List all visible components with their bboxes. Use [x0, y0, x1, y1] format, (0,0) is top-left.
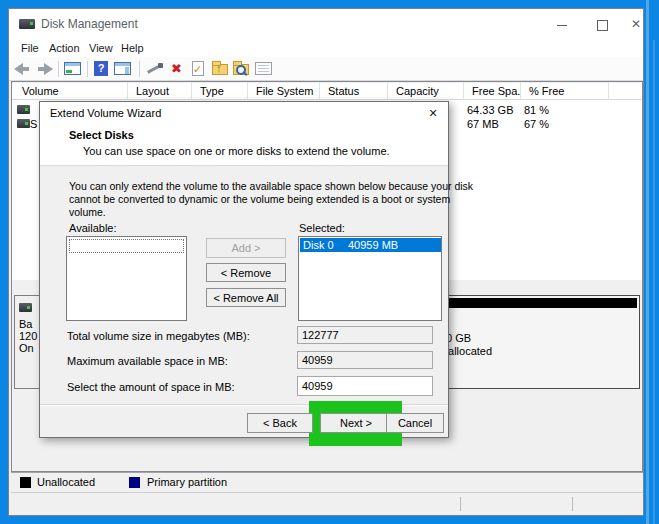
column-capacity[interactable]: Capacity	[388, 83, 464, 99]
folder-search-icon[interactable]	[233, 64, 249, 75]
percent-free-value: 67 %	[524, 118, 549, 130]
column-percent-free[interactable]: % Free	[521, 83, 609, 99]
legend-label: Unallocated	[37, 476, 95, 488]
selected-disks-list[interactable]: Disk 0 40959 MB	[298, 236, 442, 321]
extend-volume-wizard-dialog: Extend Volume Wizard ✕ Select Disks You …	[39, 101, 449, 438]
menu-view[interactable]: View	[89, 42, 113, 54]
volume-name-fragment: S	[30, 118, 37, 130]
disk-size: 40959 MB	[348, 239, 398, 251]
menu-file[interactable]: File	[21, 42, 39, 54]
folder-up-icon[interactable]: ↑	[212, 64, 228, 75]
table-header: Volume Layout Type File System Status Ca…	[12, 83, 642, 100]
toolbar-separator	[58, 61, 59, 77]
available-label: Available:	[69, 222, 117, 234]
maximize-button[interactable]	[591, 19, 613, 31]
dialog-title: Extend Volume Wizard	[50, 107, 161, 119]
percent-free-value: 81 %	[524, 104, 549, 116]
free-space-value: 67 MB	[467, 118, 499, 130]
app-icon	[19, 19, 35, 29]
selected-disk-item[interactable]: Disk 0 40959 MB	[300, 238, 441, 252]
max-space-label: Maximum available space in MB:	[67, 355, 228, 367]
disk-name: Disk 0	[303, 239, 334, 251]
disk-icon	[19, 303, 32, 312]
back-button[interactable]: < Back	[247, 413, 313, 433]
toolbar-separator	[139, 61, 140, 77]
dialog-close-icon[interactable]: ✕	[422, 104, 444, 122]
body-text: You can only extend the volume to the av…	[69, 180, 473, 192]
wallpaper-light-streak	[646, 0, 649, 524]
rescan-tool-icon[interactable]	[146, 61, 164, 76]
toolbar-separator	[87, 61, 88, 77]
total-size-field: 122777	[297, 326, 433, 344]
desktop-background: Disk Management ✕ File Action View Help …	[0, 0, 659, 524]
column-layout[interactable]: Layout	[128, 83, 192, 99]
legend-label: Primary partition	[147, 476, 227, 488]
focus-rectangle	[69, 239, 184, 253]
add-button[interactable]: Add >	[206, 238, 286, 258]
menu-help[interactable]: Help	[121, 42, 144, 54]
wallpaper-light-streak	[653, 40, 655, 524]
window-title: Disk Management	[41, 17, 138, 31]
volume-icon	[17, 105, 30, 114]
legend-bar: Unallocated Primary partition	[11, 472, 643, 493]
wizard-header: Select Disks You can use space on one or…	[40, 124, 448, 166]
menu-action[interactable]: Action	[49, 42, 80, 54]
close-button[interactable]: ✕	[625, 17, 647, 29]
wizard-subheading: You can use space on one or more disks t…	[83, 145, 390, 157]
delete-icon[interactable]: ✖	[171, 61, 182, 76]
console-window-icon[interactable]	[64, 62, 81, 75]
disk-info-fragment: Ba	[19, 318, 32, 330]
space-amount-label: Select the amount of space in MB:	[67, 381, 235, 393]
column-empty	[609, 83, 641, 99]
column-volume[interactable]: Volume	[14, 83, 128, 99]
column-status[interactable]: Status	[320, 83, 388, 99]
help-icon[interactable]: ?	[94, 61, 108, 76]
back-icon[interactable]	[14, 63, 31, 75]
max-space-field: 40959	[297, 351, 433, 369]
remove-all-button[interactable]: < Remove All	[206, 288, 286, 307]
legend-swatch-unallocated	[20, 477, 31, 488]
body-text: cannot be converted to dynamic or the vo…	[69, 193, 450, 205]
status-bar	[11, 493, 643, 515]
volume-icon	[17, 119, 30, 128]
dialog-title-bar: Extend Volume Wizard ✕	[40, 102, 448, 124]
partition-size-fragment: 0 GB	[446, 332, 471, 344]
disk-info-fragment: On	[19, 342, 34, 354]
column-type[interactable]: Type	[192, 83, 248, 99]
available-disks-list[interactable]	[66, 236, 187, 321]
status-separator	[460, 497, 461, 511]
title-bar: Disk Management ✕	[9, 9, 643, 39]
forward-icon[interactable]	[36, 63, 53, 75]
column-file-system[interactable]: File System	[248, 83, 320, 99]
menu-bar: File Action View Help	[9, 39, 643, 57]
next-button[interactable]: Next >	[320, 413, 392, 433]
legend-swatch-primary	[129, 477, 140, 488]
disk-info-fragment: 120	[19, 330, 37, 342]
toolbar: ? ✖ ✓ ↑	[9, 57, 643, 81]
cancel-button[interactable]: Cancel	[386, 413, 444, 433]
minimize-button[interactable]	[551, 19, 573, 31]
show-console-tree-icon[interactable]	[114, 62, 131, 75]
properties-icon[interactable]	[255, 62, 272, 75]
wizard-heading: Select Disks	[69, 129, 134, 141]
selected-label: Selected:	[299, 222, 345, 234]
body-text: volume.	[69, 206, 106, 218]
disk-management-window: Disk Management ✕ File Action View Help …	[8, 8, 644, 516]
column-free-space[interactable]: Free Spa...	[464, 83, 521, 99]
remove-button[interactable]: < Remove	[206, 263, 286, 282]
free-space-value: 64.33 GB	[467, 104, 513, 116]
space-amount-input[interactable]: 40959	[297, 376, 433, 396]
total-size-label: Total volume size in megabytes (MB):	[67, 330, 250, 342]
check-document-icon[interactable]: ✓	[192, 61, 204, 76]
status-separator	[572, 497, 573, 511]
